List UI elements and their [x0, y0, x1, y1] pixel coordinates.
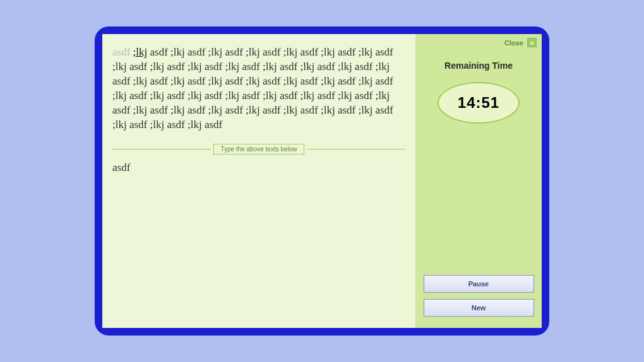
timer-display: 14:51 [438, 82, 520, 124]
side-pane: Close × Remaining Time 14:51 Pause New [415, 34, 542, 328]
dialog-inner: asdf ;lkj asdf ;lkj asdf ;lkj asdf ;lkj … [102, 34, 542, 328]
typing-input[interactable] [112, 161, 405, 322]
remaining-time-title: Remaining Time [444, 61, 513, 71]
pause-button[interactable]: Pause [424, 275, 534, 293]
close-label: Close [504, 39, 523, 47]
divider-line-left [112, 149, 211, 149]
typing-dialog: asdf ;lkj asdf ;lkj asdf ;lkj asdf ;lkj … [95, 26, 549, 336]
divider: Type the above texts below [112, 144, 405, 155]
prompt-current-word: ;lkj [133, 46, 148, 58]
divider-line-right [307, 149, 405, 149]
button-stack: Pause New [415, 275, 542, 317]
prompt-text: asdf ;lkj asdf ;lkj asdf ;lkj asdf ;lkj … [112, 45, 405, 132]
prompt-typed: asdf [112, 46, 133, 58]
new-button[interactable]: New [424, 299, 534, 317]
main-pane: asdf ;lkj asdf ;lkj asdf ;lkj asdf ;lkj … [102, 34, 415, 328]
divider-label: Type the above texts below [213, 144, 304, 155]
close-button[interactable]: Close × [504, 38, 537, 47]
close-icon: × [527, 38, 537, 47]
prompt-rest: asdf ;lkj asdf ;lkj asdf ;lkj asdf ;lkj … [112, 46, 393, 131]
